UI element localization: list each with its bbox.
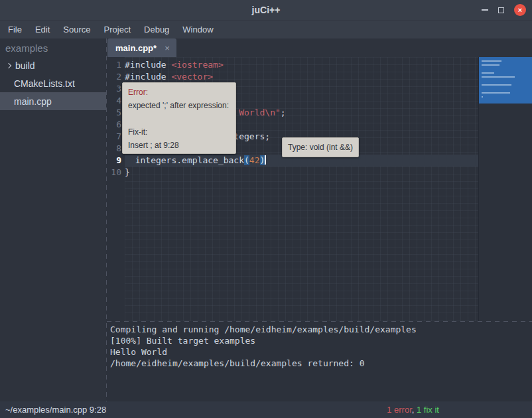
restore-button[interactable] — [498, 7, 504, 13]
content: examples buildCMakeLists.txtmain.cpp mai… — [0, 38, 532, 401]
code-token: ( — [244, 155, 249, 165]
line-number-3: 3 — [107, 83, 121, 95]
project-name: examples — [0, 38, 106, 56]
tab-close-icon[interactable]: × — [165, 43, 170, 53]
minimap-lines — [479, 57, 532, 98]
code-line-1[interactable]: #include <iostream> — [125, 59, 478, 71]
minimap-code-line — [482, 60, 501, 62]
status-bar: ~/examples/main.cpp 9:28 1 error, 1 fix … — [0, 401, 532, 418]
app-window: juCi++ × FileEditSourceProjectDebugWindo… — [0, 0, 532, 418]
code-token: 42 — [249, 155, 260, 165]
type-tooltip: Type: void (int &&) — [282, 137, 359, 157]
minimap-view — [479, 57, 532, 104]
minimap-code-line — [482, 72, 494, 74]
status-error-count: 1 error — [387, 405, 412, 415]
menu-file[interactable]: File — [1, 21, 29, 38]
status-separator: , — [412, 405, 417, 415]
error-tooltip: Error: expected ';' after expression: Fi… — [122, 82, 236, 154]
menu-edit[interactable]: Edit — [29, 21, 56, 38]
error-tooltip-message: expected ';' after expression: — [128, 99, 230, 112]
minimize-button[interactable] — [482, 9, 488, 11]
code-line-2[interactable]: #include <vector> — [125, 71, 478, 83]
code-token: } — [125, 167, 130, 177]
tree-item-label: CMakeLists.txt — [14, 78, 75, 89]
file-tree: buildCMakeLists.txtmain.cpp — [0, 56, 106, 110]
tree-item-cmakelists-txt[interactable]: CMakeLists.txt — [0, 74, 106, 92]
editor-pane: 12345678910 #include <iostream>#include … — [107, 57, 532, 321]
window-controls: × — [482, 0, 526, 20]
terminal-line: Compiling and running /home/eidheim/exam… — [110, 324, 532, 335]
line-number-10: 10 — [107, 167, 121, 178]
code-token: ) — [260, 155, 265, 165]
error-tooltip-title: Error: — [128, 86, 230, 99]
status-fixit-count: 1 fix it — [417, 405, 439, 415]
restore-icon — [498, 7, 504, 13]
title-bar: juCi++ × — [0, 0, 532, 20]
editor-tab-bar: main.cpp* × — [107, 38, 532, 57]
chevron-right-icon — [6, 62, 11, 68]
text-cursor — [265, 155, 266, 165]
status-path: ~/examples/main.cpp 9:28 — [5, 405, 106, 415]
terminal-line: Hello World — [110, 346, 532, 358]
minimap-code-line — [482, 92, 510, 94]
menu-window[interactable]: Window — [176, 21, 220, 38]
line-number-9: 9 — [107, 155, 121, 167]
terminal-line: /home/eidheim/examples/build/examples re… — [110, 358, 532, 369]
tab-main-cpp[interactable]: main.cpp* × — [107, 38, 176, 57]
line-number-7: 7 — [107, 131, 121, 143]
code-token: #include — [125, 60, 171, 70]
code-token: #include — [125, 72, 171, 82]
minimap-code-line — [482, 96, 483, 98]
tab-label: main.cpp* — [115, 43, 157, 53]
tree-item-label: build — [15, 60, 35, 71]
minimap[interactable] — [478, 57, 532, 321]
close-button[interactable]: × — [514, 4, 526, 16]
terminal-output[interactable]: Compiling and running /home/eidheim/exam… — [107, 322, 532, 401]
code-token: integers.emplace_back — [125, 155, 244, 165]
close-icon: × — [518, 7, 522, 14]
error-tooltip-spacer — [128, 112, 230, 125]
menu-source[interactable]: Source — [56, 21, 97, 38]
code-token: <vector> — [171, 72, 213, 82]
line-number-2: 2 — [107, 71, 121, 83]
code-line-10[interactable]: } — [125, 167, 478, 178]
menu-bar: FileEditSourceProjectDebugWindow — [0, 20, 532, 38]
line-number-5: 5 — [107, 107, 121, 119]
tree-item-label: main.cpp — [14, 96, 52, 107]
menu-project[interactable]: Project — [98, 21, 137, 38]
line-number-8: 8 — [107, 143, 121, 155]
line-number-1: 1 — [107, 59, 121, 71]
editor-column: main.cpp* × 12345678910 #include <iostre… — [107, 38, 532, 401]
project-sidebar: examples buildCMakeLists.txtmain.cpp — [0, 38, 106, 401]
terminal-line: [100%] Built target examples — [110, 335, 532, 346]
code-token: ; — [281, 107, 286, 117]
fixit-text: Insert ; at 9:28 — [128, 139, 230, 152]
code-token: <iostream> — [171, 60, 223, 70]
minimap-code-line — [482, 84, 511, 86]
window-title: juCi++ — [0, 5, 532, 15]
minimize-icon — [482, 9, 488, 11]
tree-item-main-cpp[interactable]: main.cpp — [0, 92, 106, 110]
line-number-4: 4 — [107, 95, 121, 107]
menu-debug[interactable]: Debug — [137, 21, 176, 38]
line-number-6: 6 — [107, 119, 121, 131]
fixit-title: Fix-it: — [128, 125, 230, 139]
minimap-code-line — [482, 64, 499, 66]
minimap-code-line — [482, 76, 515, 78]
tree-item-build[interactable]: build — [0, 56, 106, 74]
status-diagnostics: 1 error, 1 fix it — [387, 405, 439, 415]
